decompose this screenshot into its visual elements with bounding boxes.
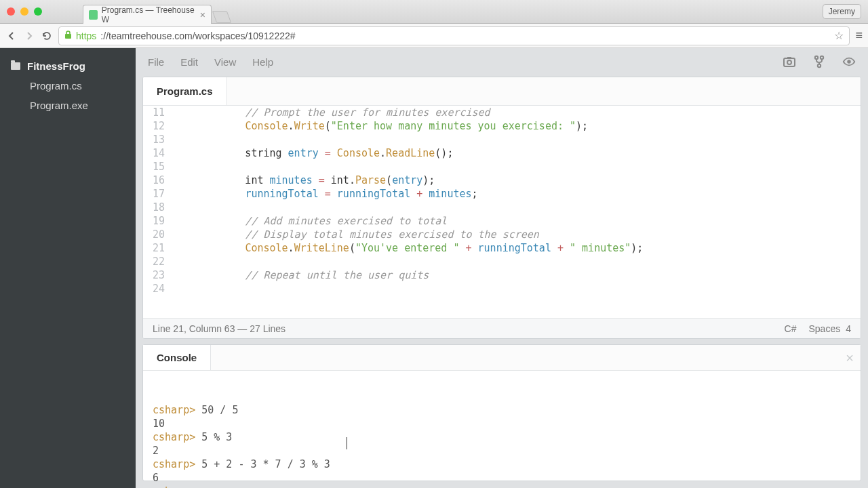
console-output[interactable]: csharp> 50 / 510csharp> 5 % 32csharp> 5 … — [143, 371, 861, 488]
line-number: 11 — [143, 106, 172, 119]
code-line[interactable]: 16 int minutes = int.Parse(entry); — [143, 174, 861, 187]
file-program-exe[interactable]: Program.exe — [0, 96, 136, 115]
line-number: 15 — [143, 160, 172, 174]
editor-panel: Program.cs 11 // Prompt the user for min… — [142, 77, 861, 339]
menu-view[interactable]: View — [214, 56, 236, 68]
lock-icon — [64, 30, 72, 41]
close-window-button[interactable] — [7, 7, 15, 16]
console-line: 6 — [153, 471, 851, 485]
console-tab[interactable]: Console — [143, 345, 211, 370]
code-content[interactable]: Console.WriteLine("You've entered " + ru… — [172, 241, 861, 255]
code-content[interactable]: // Prompt the user for minutes exercised — [172, 106, 861, 119]
code-content[interactable] — [172, 160, 861, 174]
console-line: csharp> 5 + 2 - 3 * 7 / 3 % 3 — [153, 458, 851, 471]
reload-button[interactable] — [41, 30, 53, 42]
minimize-window-button[interactable] — [20, 7, 28, 16]
code-content[interactable]: // Add minutes exercised to total — [172, 214, 861, 228]
traffic-lights — [7, 7, 42, 16]
code-line[interactable]: 21 Console.WriteLine("You've entered " +… — [143, 241, 861, 255]
preview-icon[interactable] — [842, 55, 856, 68]
url-input[interactable]: https://teamtreehouse.com/workspaces/109… — [58, 26, 850, 45]
console-line: 2 — [153, 444, 851, 458]
svg-point-4 — [815, 56, 818, 59]
close-console-icon[interactable]: × — [846, 350, 854, 366]
back-button[interactable] — [5, 30, 18, 42]
code-line[interactable]: 13 — [143, 133, 861, 146]
code-line[interactable]: 12 Console.Write("Enter how many minutes… — [143, 119, 861, 133]
code-line[interactable]: 18 — [143, 201, 861, 214]
console-panel: Console × csharp> 50 / 510csharp> 5 % 32… — [142, 344, 861, 481]
folder-fitnessfrog[interactable]: FitnessFrog — [0, 56, 136, 76]
code-editor[interactable]: 11 // Prompt the user for minutes exerci… — [143, 106, 861, 318]
code-content[interactable] — [172, 201, 861, 214]
favicon-icon — [89, 10, 98, 20]
bookmark-icon[interactable]: ☆ — [834, 29, 844, 42]
line-number: 20 — [143, 228, 172, 241]
line-number: 13 — [143, 133, 172, 146]
code-content[interactable]: string entry = Console.ReadLine(); — [172, 146, 861, 160]
line-number: 21 — [143, 241, 172, 255]
folder-label: FitnessFrog — [27, 60, 85, 72]
close-tab-icon[interactable]: × — [200, 9, 205, 20]
file-tab-program-cs[interactable]: Program.cs — [143, 77, 227, 105]
code-content[interactable]: // Display total minutes exercised to th… — [172, 228, 861, 241]
svg-rect-1 — [784, 58, 795, 66]
code-line[interactable]: 20 // Display total minutes exercised to… — [143, 228, 861, 241]
console-line: csharp> 50 / 5 — [153, 403, 851, 417]
tab-title: Program.cs — Treehouse W — [102, 5, 196, 24]
console-tab-bar: Console × — [143, 345, 861, 371]
maximize-window-button[interactable] — [34, 7, 42, 16]
line-number: 19 — [143, 214, 172, 228]
file-tree-sidebar: FitnessFrog Program.cs Program.exe — [0, 48, 136, 488]
menu-edit[interactable]: Edit — [180, 56, 198, 68]
code-line[interactable]: 19 // Add minutes exercised to total — [143, 214, 861, 228]
line-number: 24 — [143, 282, 172, 296]
menu-icon[interactable]: ≡ — [855, 28, 863, 43]
code-content[interactable]: int minutes = int.Parse(entry); — [172, 174, 861, 187]
lang-mode[interactable]: C# — [785, 323, 797, 334]
code-content[interactable] — [172, 255, 861, 268]
indent-size[interactable]: 4 — [846, 323, 851, 334]
console-line: 10 — [153, 417, 851, 430]
code-line[interactable]: 15 — [143, 160, 861, 174]
text-cursor — [347, 437, 347, 449]
snapshot-icon[interactable] — [783, 55, 796, 68]
svg-point-6 — [818, 64, 821, 67]
svg-point-7 — [847, 60, 850, 63]
profile-button[interactable]: Jeremy — [823, 4, 861, 19]
menu-file[interactable]: File — [148, 56, 164, 68]
code-line[interactable]: 22 — [143, 255, 861, 268]
console-line: csharp> 5 % 3 — [153, 430, 851, 444]
file-tab-bar: Program.cs — [143, 77, 861, 106]
code-line[interactable]: 17 runningTotal = runningTotal + minutes… — [143, 187, 861, 201]
svg-rect-3 — [787, 57, 791, 59]
forward-button[interactable] — [23, 30, 35, 42]
line-number: 18 — [143, 201, 172, 214]
window-titlebar: Program.cs — Treehouse W × Jeremy — [0, 0, 868, 24]
code-content[interactable]: Console.Write("Enter how many minutes yo… — [172, 119, 861, 133]
code-content[interactable] — [172, 133, 861, 146]
code-content[interactable]: // Repeat until the user quits — [172, 268, 861, 282]
indent-mode[interactable]: Spaces — [809, 323, 841, 334]
file-program-cs[interactable]: Program.cs — [0, 76, 136, 96]
address-bar: https://teamtreehouse.com/workspaces/109… — [0, 24, 868, 48]
svg-rect-0 — [65, 34, 71, 39]
fork-icon[interactable] — [812, 55, 826, 68]
line-number: 14 — [143, 146, 172, 160]
url-scheme: https — [76, 30, 96, 41]
code-line[interactable]: 14 string entry = Console.ReadLine(); — [143, 146, 861, 160]
line-number: 17 — [143, 187, 172, 201]
svg-point-2 — [787, 60, 791, 64]
console-line: csharp> — [153, 485, 851, 488]
menu-help[interactable]: Help — [252, 56, 273, 68]
code-content[interactable] — [172, 282, 861, 296]
browser-tab[interactable]: Program.cs — Treehouse W × — [83, 5, 212, 24]
code-content[interactable]: runningTotal = runningTotal + minutes; — [172, 187, 861, 201]
code-line[interactable]: 23 // Repeat until the user quits — [143, 268, 861, 282]
code-line[interactable]: 24 — [143, 282, 861, 296]
code-line[interactable]: 11 // Prompt the user for minutes exerci… — [143, 106, 861, 119]
svg-point-5 — [821, 56, 823, 59]
cursor-position: Line 21, Column 63 — 27 Lines — [153, 323, 285, 334]
editor-menubar: File Edit View Help — [142, 52, 861, 71]
new-tab-button[interactable] — [212, 11, 232, 23]
